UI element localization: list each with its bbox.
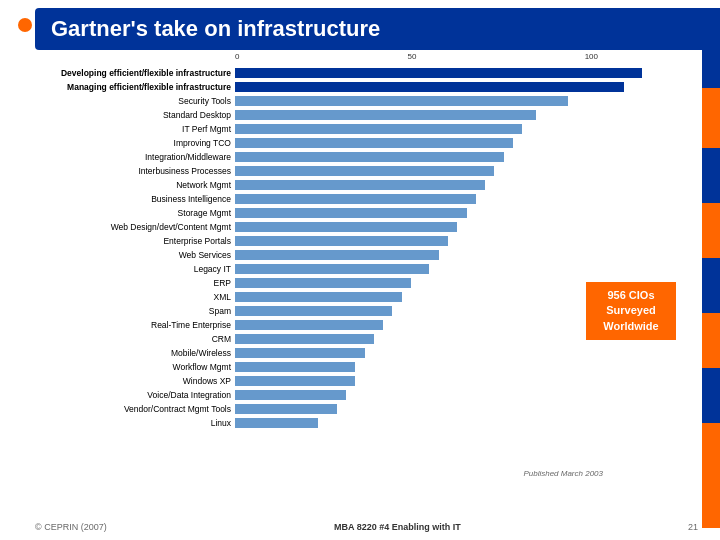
bar-label: Legacy IT bbox=[35, 264, 235, 274]
bar-row: Storage Mgmt bbox=[35, 206, 698, 219]
bar-row: Linux bbox=[35, 416, 698, 429]
bar-label: Managing efficient/flexible infrastructu… bbox=[35, 82, 235, 92]
bar-label: Improving TCO bbox=[35, 138, 235, 148]
bar-fill bbox=[235, 390, 346, 400]
bar-fill bbox=[235, 236, 448, 246]
cio-line1: 956 CIOs bbox=[607, 289, 654, 301]
bar-fill bbox=[235, 222, 457, 232]
bar-row: Web Services bbox=[35, 248, 698, 261]
bar-fill bbox=[235, 208, 467, 218]
bar-row: IT Perf Mgmt bbox=[35, 122, 698, 135]
scale-50: 50 bbox=[408, 52, 417, 61]
bar-label: Integration/Middleware bbox=[35, 152, 235, 162]
bar-track bbox=[235, 348, 698, 358]
bar-row: Mobile/Wireless bbox=[35, 346, 698, 359]
bar-row: Windows XP bbox=[35, 374, 698, 387]
bar-track bbox=[235, 194, 698, 204]
bar-track bbox=[235, 96, 698, 106]
bar-row: Managing efficient/flexible infrastructu… bbox=[35, 80, 698, 93]
bar-label: Real-Time Enterprise bbox=[35, 320, 235, 330]
bar-label: Mobile/Wireless bbox=[35, 348, 235, 358]
page-title: Gartner's take on infrastructure bbox=[35, 8, 720, 50]
bar-label: Storage Mgmt bbox=[35, 208, 235, 218]
bar-label: CRM bbox=[35, 334, 235, 344]
bar-fill bbox=[235, 362, 355, 372]
bar-row: Workflow Mgmt bbox=[35, 360, 698, 373]
bar-fill bbox=[235, 292, 402, 302]
bar-track bbox=[235, 390, 698, 400]
bar-row: Voice/Data Integration bbox=[35, 388, 698, 401]
bar-row: Legacy IT bbox=[35, 262, 698, 275]
cio-box: 956 CIOs Surveyed Worldwide bbox=[586, 282, 676, 340]
bar-track bbox=[235, 82, 698, 92]
bar-label: IT Perf Mgmt bbox=[35, 124, 235, 134]
bar-track bbox=[235, 264, 698, 274]
bar-label: Standard Desktop bbox=[35, 110, 235, 120]
bar-fill bbox=[235, 138, 513, 148]
bar-row: Network Mgmt bbox=[35, 178, 698, 191]
bar-fill bbox=[235, 96, 568, 106]
bar-label: Network Mgmt bbox=[35, 180, 235, 190]
sidebar-block-2 bbox=[702, 88, 720, 148]
bar-track bbox=[235, 68, 698, 78]
bar-fill bbox=[235, 306, 392, 316]
bar-fill bbox=[235, 376, 355, 386]
bar-label: Windows XP bbox=[35, 376, 235, 386]
bar-track bbox=[235, 124, 698, 134]
bar-row: Security Tools bbox=[35, 94, 698, 107]
bar-label: Developing efficient/flexible infrastruc… bbox=[35, 68, 235, 78]
bar-fill bbox=[235, 418, 318, 428]
bar-fill bbox=[235, 404, 337, 414]
scale-100: 100 bbox=[585, 52, 598, 61]
bar-fill bbox=[235, 194, 476, 204]
footer-page: 21 bbox=[688, 522, 698, 532]
bar-label: Enterprise Portals bbox=[35, 236, 235, 246]
footer-center: MBA 8220 #4 Enabling with IT bbox=[334, 522, 461, 532]
bar-label: ERP bbox=[35, 278, 235, 288]
bar-row: Web Design/devt/Content Mgmt bbox=[35, 220, 698, 233]
bar-fill bbox=[235, 278, 411, 288]
bar-label: Workflow Mgmt bbox=[35, 362, 235, 372]
bar-fill bbox=[235, 180, 485, 190]
bar-track bbox=[235, 152, 698, 162]
sidebar-block-1 bbox=[702, 8, 720, 88]
bar-fill bbox=[235, 334, 374, 344]
bar-track bbox=[235, 166, 698, 176]
bar-label: Voice/Data Integration bbox=[35, 390, 235, 400]
published-text: Published March 2003 bbox=[523, 469, 603, 478]
bar-track bbox=[235, 362, 698, 372]
bar-track bbox=[235, 222, 698, 232]
sidebar-block-4 bbox=[702, 203, 720, 258]
bar-track bbox=[235, 404, 698, 414]
cio-line3: Worldwide bbox=[603, 320, 658, 332]
bar-track bbox=[235, 250, 698, 260]
bar-track bbox=[235, 418, 698, 428]
cio-line2: Surveyed bbox=[606, 304, 656, 316]
scale-labels: 0 50 100 bbox=[235, 52, 598, 61]
bar-row: Business Intelligence bbox=[35, 192, 698, 205]
bar-fill bbox=[235, 68, 642, 78]
bar-track bbox=[235, 376, 698, 386]
bar-label: Web Design/devt/Content Mgmt bbox=[35, 222, 235, 232]
bar-row: Developing efficient/flexible infrastruc… bbox=[35, 66, 698, 79]
bar-row: Standard Desktop bbox=[35, 108, 698, 121]
bar-fill bbox=[235, 264, 429, 274]
bar-row: Vendor/Contract Mgmt Tools bbox=[35, 402, 698, 415]
bar-fill bbox=[235, 166, 494, 176]
bar-fill bbox=[235, 348, 365, 358]
bar-label: XML bbox=[35, 292, 235, 302]
bar-track bbox=[235, 138, 698, 148]
right-sidebar bbox=[702, 8, 720, 528]
footer-copyright: © CEPRIN (2007) bbox=[35, 522, 107, 532]
footer: © CEPRIN (2007) MBA 8220 #4 Enabling wit… bbox=[35, 522, 698, 532]
bar-track bbox=[235, 110, 698, 120]
bar-fill bbox=[235, 152, 504, 162]
sidebar-block-6 bbox=[702, 313, 720, 368]
bar-track bbox=[235, 236, 698, 246]
sidebar-block-5 bbox=[702, 258, 720, 313]
bar-label: Spam bbox=[35, 306, 235, 316]
bar-chart: Developing efficient/flexible infrastruc… bbox=[35, 66, 698, 492]
bar-row: Improving TCO bbox=[35, 136, 698, 149]
sidebar-block-7 bbox=[702, 368, 720, 423]
bar-label: Interbusiness Processes bbox=[35, 166, 235, 176]
